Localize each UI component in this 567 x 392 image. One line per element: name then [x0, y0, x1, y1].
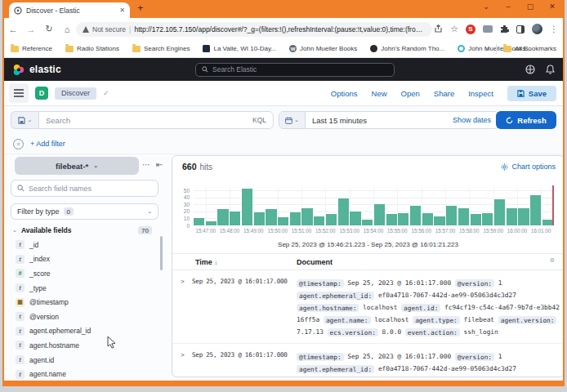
reload-icon[interactable]: ↻ — [40, 24, 58, 34]
toolbar-action-share[interactable]: Share — [434, 89, 454, 98]
results-panel: 660 hits Chart options 01020304050 15:47… — [172, 155, 563, 377]
doc-field-value: localhost — [371, 316, 409, 323]
side-panel-icon[interactable] — [516, 25, 525, 33]
saved-query-menu-button[interactable]: ⌄ — [11, 111, 38, 129]
expand-row-icon[interactable]: > — [181, 351, 185, 359]
help-icon[interactable] — [525, 65, 535, 74]
chevron-down-icon: ⌄ — [294, 117, 299, 123]
site-dark-icon — [203, 45, 210, 52]
url-text[interactable]: http://172.105.7.150/app/discover#/?_g=(… — [134, 25, 426, 33]
add-filter-link[interactable]: + Add filter — [30, 140, 65, 148]
bookmark-item[interactable]: WJohn Mueller Books — [289, 45, 357, 52]
field-item[interactable]: t_id — [16, 238, 154, 252]
all-bookmarks-button[interactable]: All Bookmarks — [503, 45, 556, 52]
browser-titlebar: Discover - Elastic ✕ + ⌄ – ▢ ✕ — [2, 0, 565, 18]
table-row[interactable]: >Sep 25, 2023 @ 16:01:17.000@timestamp: … — [172, 344, 563, 377]
save-button-label: Save — [529, 89, 547, 98]
bookmark-item[interactable]: Radio Stations — [65, 45, 119, 52]
save-button[interactable]: Save — [507, 86, 556, 101]
field-item[interactable]: t_index — [16, 252, 154, 267]
field-item[interactable]: t_type — [16, 281, 154, 296]
bookmark-item[interactable]: La Valle, WI 10-Day... — [203, 45, 276, 52]
window-close-icon[interactable]: ✕ — [548, 2, 556, 11]
bookmark-item[interactable]: Search Engines — [132, 45, 190, 52]
window-maximize-icon[interactable]: ▢ — [526, 2, 534, 11]
query-language-label[interactable]: KQL — [252, 116, 266, 124]
toolbar-action-inspect[interactable]: Inspect — [468, 89, 493, 98]
histogram[interactable] — [194, 187, 553, 225]
tab-close-icon[interactable]: ✕ — [119, 7, 125, 14]
doc-field-name: @version: — [455, 279, 494, 287]
field-item[interactable]: tagent.id — [16, 353, 154, 368]
extension-s-icon[interactable]: S — [466, 24, 475, 34]
toolbar-action-options[interactable]: Options — [331, 89, 358, 98]
refresh-button[interactable]: Refresh — [496, 111, 556, 129]
nav-menu-button[interactable] — [9, 83, 29, 103]
available-fields-header[interactable]: ⌄ Available fields 70 — [12, 226, 152, 234]
search-placeholder: Search — [46, 116, 252, 125]
collapse-sidebar-icon[interactable]: ⇤ — [156, 160, 163, 169]
filter-by-type-select[interactable]: Filter by type 0 ⌄ — [11, 203, 158, 220]
table-row[interactable]: >Sep 25, 2023 @ 16:01:17.000@timestamp: … — [172, 270, 563, 344]
index-pattern-selector[interactable]: filebeat-* ⌄ — [15, 157, 139, 175]
global-search-input[interactable]: Search Elastic — [195, 63, 395, 77]
field-name: _id — [29, 241, 38, 249]
table-settings-icon[interactable]: ⚙ — [550, 257, 555, 264]
x-axis-tick: 15:57:00 — [435, 228, 456, 234]
field-item[interactable]: ▦@timestamp — [16, 295, 154, 310]
not-secure-label[interactable]: Not secure — [92, 25, 126, 33]
x-axis-tick: 15:50:00 — [267, 228, 288, 234]
column-header-time[interactable]: Time ↓ — [195, 258, 217, 266]
fields-list: t_idt_index#_scoret_type▦@timestampt@ver… — [16, 238, 154, 381]
column-header-document[interactable]: Document — [297, 258, 333, 266]
bookmark-star-icon[interactable]: ☆ — [450, 24, 458, 34]
share-icon[interactable] — [434, 24, 443, 33]
histogram-bar — [278, 217, 288, 225]
address-bar[interactable]: Not secure | http://172.105.7.150/app/di… — [76, 22, 432, 37]
extension-screen-icon[interactable] — [483, 25, 493, 33]
x-axis-tick: 15:59:00 — [483, 228, 503, 234]
x-axis-tick: 15:58:00 — [459, 228, 480, 234]
folder-icon — [132, 46, 141, 52]
hits-label: hits — [200, 163, 213, 172]
date-quick-select-button[interactable]: ⌄ — [279, 112, 306, 128]
sidebar-scrollbar[interactable] — [160, 236, 163, 270]
field-item[interactable]: #_score — [16, 266, 154, 281]
notifications-bell-icon[interactable] — [546, 65, 555, 74]
home-icon[interactable]: ⌂ — [58, 24, 76, 34]
bookmark-item[interactable]: John's Random Tho... — [370, 45, 444, 52]
kql-search-input[interactable]: Search KQL — [38, 111, 274, 129]
window-minimize-icon[interactable]: – — [504, 2, 512, 11]
field-item[interactable]: tagent.ephemeral_id — [16, 324, 154, 339]
forward-icon[interactable]: → — [22, 24, 40, 34]
field-item[interactable]: tagent.name — [16, 367, 154, 381]
profile-avatar[interactable] — [532, 24, 542, 34]
back-icon[interactable]: ← — [4, 24, 22, 34]
breadcrumb-discover[interactable]: Discover — [55, 87, 96, 100]
show-dates-link[interactable]: Show dates — [453, 116, 498, 124]
bookmarks-overflow-icon[interactable]: » — [485, 45, 489, 53]
browser-tab[interactable]: Discover - Elastic ✕ — [9, 2, 130, 18]
calendar-icon — [285, 117, 292, 124]
toolbar-action-new[interactable]: New — [372, 89, 387, 98]
time-range-value[interactable]: Last 15 minutes — [306, 116, 453, 125]
doc-field-name: agent.version: — [498, 316, 557, 324]
new-tab-button[interactable]: + — [137, 2, 144, 14]
index-options-icon[interactable]: ⋯ — [142, 160, 150, 169]
expand-row-icon[interactable]: > — [181, 278, 185, 285]
extensions-puzzle-icon[interactable] — [500, 24, 509, 33]
field-item[interactable]: t@version — [16, 310, 154, 324]
browser-menu-icon[interactable]: ⋮ — [550, 24, 558, 33]
index-pattern-name: filebeat-* — [56, 162, 88, 171]
space-badge[interactable]: D — [35, 87, 48, 100]
doc-field-value: Sep 25, 2023 @ 16:01:17.000 — [344, 353, 451, 360]
toolbar-action-open[interactable]: Open — [401, 89, 420, 98]
elastic-logo[interactable]: elastic — [4, 64, 61, 76]
bookmark-item[interactable]: Reference — [11, 45, 52, 52]
chart-options-button[interactable]: Chart options — [501, 163, 556, 171]
window-menu-icon[interactable]: ⌄ — [482, 2, 490, 11]
field-item[interactable]: tagent.hostname — [16, 338, 154, 353]
field-search-input[interactable]: Search field names — [11, 180, 158, 197]
filter-menu-icon[interactable]: ≡ — [13, 139, 24, 149]
doc-field-value: 7.17.13 — [297, 328, 324, 336]
